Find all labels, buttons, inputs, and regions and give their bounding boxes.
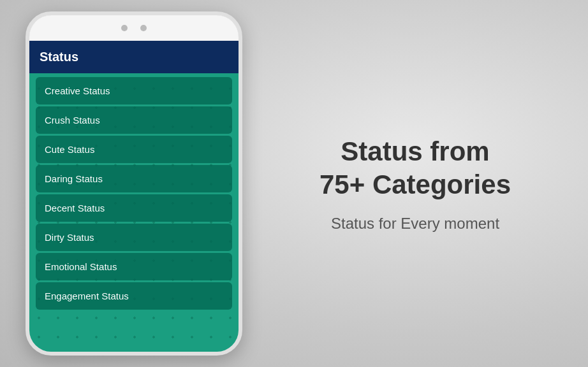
status-list: Creative StatusCrush StatusCute StatusDa… — [29, 73, 239, 313]
status-item-crush[interactable]: Crush Status — [36, 106, 232, 134]
status-item-daring[interactable]: Daring Status — [36, 165, 232, 192]
phone-top-bar — [29, 15, 239, 41]
status-item-emotional[interactable]: Emotional Status — [36, 253, 232, 280]
subheadline: Status for Every moment — [331, 215, 499, 233]
camera-dot-right — [140, 25, 147, 31]
app-screen: Status Creative StatusCrush StatusCute S… — [29, 41, 239, 352]
headline: Status from75+ Categories — [320, 135, 511, 202]
status-item-engagement[interactable]: Engagement Status — [36, 282, 232, 310]
phone-mockup: Status Creative StatusCrush StatusCute S… — [0, 11, 242, 356]
app-title: Status — [40, 50, 78, 64]
status-item-cute[interactable]: Cute Status — [36, 136, 232, 163]
status-item-dirty[interactable]: Dirty Status — [36, 224, 232, 251]
phone-frame: Status Creative StatusCrush StatusCute S… — [26, 11, 242, 356]
right-panel: Status from75+ Categories Status for Eve… — [242, 110, 588, 258]
camera-dot-left — [121, 25, 128, 31]
status-item-creative[interactable]: Creative Status — [36, 77, 232, 104]
app-header: Status — [29, 41, 239, 73]
status-item-decent[interactable]: Decent Status — [36, 194, 232, 222]
